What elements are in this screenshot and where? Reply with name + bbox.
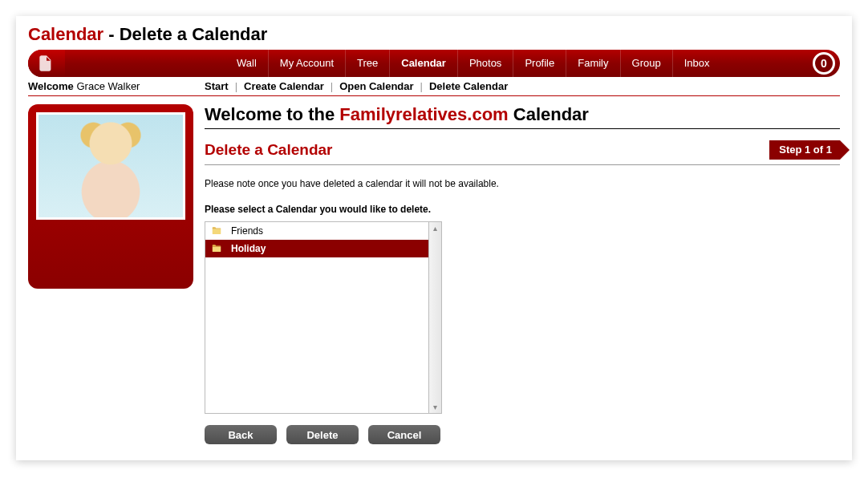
page-title-sep: - [103, 24, 120, 44]
page-title-suffix: Delete a Calendar [120, 24, 268, 44]
select-prompt: Please select a Calendar you would like … [205, 204, 840, 215]
page-title: Calendar - Delete a Calendar [28, 24, 840, 45]
action-button-row: Back Delete Cancel [205, 425, 840, 444]
page-title-prefix: Calendar [28, 24, 103, 44]
main-title-post: Calendar [509, 104, 589, 124]
calendar-listbox[interactable]: FriendsHoliday [205, 221, 429, 414]
main-panel: Welcome to the Familyrelatives.com Calen… [205, 104, 840, 444]
main-navbar: WallMy AccountTreeCalendarPhotosProfileF… [28, 50, 840, 77]
subnav-create-calendar[interactable]: Create Calendar [244, 80, 324, 92]
welcome-user: Grace Walker [76, 80, 140, 92]
calendar-listbox-wrap: FriendsHoliday ▴ ▾ [205, 221, 840, 414]
inbox-count-badge[interactable]: 0 [813, 52, 835, 75]
nav-item-wall[interactable]: Wall [225, 50, 268, 77]
delete-note: Please note once you have deleted a cale… [205, 178, 840, 189]
subnav-separator: | [420, 80, 423, 92]
nav-item-photos[interactable]: Photos [457, 50, 513, 77]
listbox-scrollbar[interactable]: ▴ ▾ [429, 221, 442, 414]
avatar-icon [39, 115, 183, 217]
nav-item-calendar[interactable]: Calendar [389, 50, 457, 77]
scroll-up-icon[interactable]: ▴ [433, 224, 437, 233]
cancel-button[interactable]: Cancel [368, 425, 440, 444]
logo-icon[interactable] [28, 50, 65, 77]
welcome-label: Welcome [28, 80, 74, 92]
subnav-delete-calendar[interactable]: Delete Calendar [429, 80, 508, 92]
app-frame: Calendar - Delete a Calendar WallMy Acco… [16, 16, 852, 460]
calendar-item-label: Holiday [231, 243, 266, 254]
profile-sidebar [28, 104, 193, 289]
subnav-start[interactable]: Start [205, 80, 229, 92]
step-row: Delete a Calendar Step 1 of 1 [205, 140, 840, 165]
content-row: Welcome to the Familyrelatives.com Calen… [28, 104, 840, 444]
subnav-separator: | [235, 80, 237, 92]
calendar-subnav: Start|Create Calendar|Open Calendar|Dele… [205, 80, 508, 92]
delete-button[interactable]: Delete [286, 425, 359, 444]
nav-item-family[interactable]: Family [566, 50, 619, 77]
nav-item-group[interactable]: Group [620, 50, 672, 77]
main-title-pre: Welcome to the [205, 104, 339, 124]
folder-icon [210, 225, 225, 237]
section-heading: Delete a Calendar [205, 141, 332, 159]
calendar-list-item[interactable]: Holiday [205, 240, 428, 257]
scroll-down-icon[interactable]: ▾ [433, 403, 437, 411]
subnav-separator: | [331, 80, 333, 92]
calendar-item-label: Friends [231, 225, 263, 237]
back-button[interactable]: Back [205, 425, 277, 444]
nav-item-profile[interactable]: Profile [513, 50, 566, 77]
nav-items: WallMy AccountTreeCalendarPhotosProfileF… [225, 50, 808, 77]
nav-item-my-account[interactable]: My Account [268, 50, 345, 77]
sub-header-row: Welcome Grace Walker Start|Create Calend… [28, 80, 840, 96]
step-indicator: Step 1 of 1 [769, 140, 840, 160]
main-title: Welcome to the Familyrelatives.com Calen… [205, 104, 840, 129]
nav-item-tree[interactable]: Tree [345, 50, 389, 77]
subnav-open-calendar[interactable]: Open Calendar [339, 80, 413, 92]
calendar-list-item[interactable]: Friends [205, 222, 428, 240]
nav-item-inbox[interactable]: Inbox [672, 50, 721, 77]
welcome-text: Welcome Grace Walker [28, 80, 205, 92]
main-title-brand: Familyrelatives.com [339, 104, 508, 124]
folder-icon [210, 243, 225, 254]
avatar-frame [36, 112, 185, 220]
